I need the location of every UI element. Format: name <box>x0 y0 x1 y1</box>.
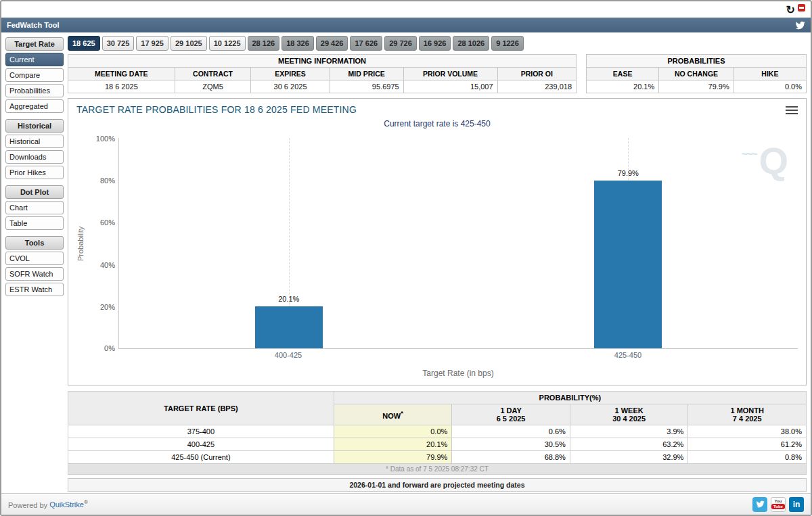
red-badge-icon[interactable] <box>798 4 805 11</box>
sidebar-header-target-rate: Target Rate <box>5 37 64 51</box>
main-area: Target Rate Current Compare Probabilitie… <box>1 32 811 493</box>
tab-meeting-6[interactable]: 18 326 <box>281 36 314 51</box>
ytick-100: 100% <box>87 135 115 143</box>
sidebar-item-estr-watch[interactable]: ESTR Watch <box>5 283 64 296</box>
data-as-of-footnote: * Data as of 7 5 2025 08:27:32 CT <box>68 464 807 475</box>
ytick-20: 20% <box>87 303 115 311</box>
col-prior-volume: PRIOR VOLUME <box>403 68 497 80</box>
meeting-information-table: MEETING INFORMATION MEETING DATE CONTRAC… <box>68 54 577 93</box>
ytick-40: 40% <box>87 261 115 269</box>
footer-youtube-icon[interactable]: You Tube <box>771 497 786 512</box>
mid-price-value: 95.6975 <box>330 80 403 93</box>
projected-dates-note: 2026-01-01 and forward are projected mee… <box>68 478 807 492</box>
refresh-icon[interactable]: ↻ <box>786 5 795 16</box>
day-cell: 30.5% <box>452 438 570 451</box>
day-cell: 0.6% <box>452 425 570 438</box>
probability-history-table: TARGET RATE (BPS) PROBABILITY(%) NOW* 1 … <box>68 391 807 475</box>
week-cell: 63.2% <box>570 438 688 451</box>
sidebar-item-table[interactable]: Table <box>5 216 64 230</box>
titlebar: FedWatch Tool <box>1 18 811 32</box>
prior-oi-value: 239,018 <box>497 80 576 93</box>
week-cell: 3.9% <box>570 425 688 438</box>
ytick-80: 80% <box>87 177 115 185</box>
sidebar-item-historical[interactable]: Historical <box>5 135 64 148</box>
powered-by: Powered by QuikStrike® <box>8 500 88 509</box>
sidebar-item-downloads[interactable]: Downloads <box>5 150 64 164</box>
bar-425-450: 79.9% <box>594 181 662 348</box>
sidebar-item-chart[interactable]: Chart <box>5 201 64 214</box>
col-1-month: 1 MONTH7 4 2025 <box>688 404 807 425</box>
col-meeting-date: MEETING DATE <box>68 68 175 80</box>
quikstrike-link[interactable]: QuikStrike® <box>49 500 88 509</box>
meeting-info-title: MEETING INFORMATION <box>68 55 577 68</box>
chart-menu-icon[interactable] <box>786 104 798 116</box>
table-row: 400-425 20.1% 30.5% 63.2% 61.2% <box>68 438 807 451</box>
xtick-400-425: 400-425 <box>275 351 302 359</box>
x-ticks: 400-425 425-450 <box>118 351 798 362</box>
day-cell: 68.8% <box>452 451 570 464</box>
month-cell: 61.2% <box>688 438 807 451</box>
col-1-week: 1 WEEK30 4 2025 <box>570 404 688 425</box>
tab-meeting-3[interactable]: 29 1025 <box>171 36 207 51</box>
tab-meeting-0[interactable]: 18 625 <box>68 36 100 51</box>
table-row: 425-450 (Current) 79.9% 68.8% 32.9% 0.8% <box>68 451 807 464</box>
rate-cell: 375-400 <box>68 425 334 438</box>
sidebar-item-aggregated[interactable]: Aggregated <box>5 99 64 113</box>
sidebar-item-cvol[interactable]: CVOL <box>5 252 64 265</box>
quikstrike-watermark: ~~~Q <box>759 142 788 180</box>
col-hike: HIKE <box>734 68 806 80</box>
bar-label-400-425: 20.1% <box>255 295 323 303</box>
tab-meeting-5[interactable]: 28 126 <box>248 36 280 51</box>
twitter-icon[interactable] <box>795 21 805 30</box>
expires-value: 30 6 2025 <box>251 80 330 93</box>
powered-by-label: Powered by <box>8 500 47 509</box>
footer: Powered by QuikStrike® You Tube in <box>1 493 811 515</box>
chart-subtitle: Current target rate is 425-450 <box>76 119 798 128</box>
tab-meeting-7[interactable]: 29 426 <box>316 36 348 51</box>
content: 18 625 30 725 17 925 29 1025 10 1225 28 … <box>68 36 807 490</box>
col-ease: EASE <box>587 68 659 80</box>
sidebar-item-probabilities[interactable]: Probabilities <box>5 84 64 97</box>
target-rate-chart-panel: TARGET RATE PROBABILITIES FOR 18 6 2025 … <box>68 98 807 385</box>
ytick-60: 60% <box>87 218 115 227</box>
tab-meeting-1[interactable]: 30 725 <box>102 36 135 51</box>
tab-meeting-10[interactable]: 16 926 <box>419 36 451 51</box>
ease-value: 20.1% <box>587 80 659 93</box>
col-1-day: 1 DAY6 5 2025 <box>452 404 570 425</box>
sidebar-item-prior-hikes[interactable]: Prior Hikes <box>5 166 64 179</box>
tab-meeting-4[interactable]: 10 1225 <box>209 36 246 51</box>
chart-body: Probability 100% 80% 60% 40% 20% 0% <box>76 138 798 378</box>
prior-volume-value: 15,007 <box>403 80 497 93</box>
meeting-date-tabs: 18 625 30 725 17 925 29 1025 10 1225 28 … <box>68 36 807 51</box>
probabilities-summary-table: PROBABILITIES EASE NO CHANGE HIKE 20.1% … <box>586 54 807 93</box>
meeting-date-value: 18 6 2025 <box>68 80 175 93</box>
sidebar: Target Rate Current Compare Probabilitie… <box>5 36 64 490</box>
no-change-value: 79.9% <box>659 80 734 93</box>
info-row: MEETING INFORMATION MEETING DATE CONTRAC… <box>68 54 807 93</box>
y-axis-label: Probability <box>76 138 85 349</box>
tab-meeting-11[interactable]: 28 1026 <box>453 36 489 51</box>
tab-meeting-12[interactable]: 9 1226 <box>491 36 524 51</box>
ytick-0: 0% <box>87 344 115 352</box>
rate-header: TARGET RATE (BPS) <box>68 392 334 425</box>
sidebar-item-compare[interactable]: Compare <box>5 68 64 82</box>
tab-meeting-8[interactable]: 17 626 <box>350 36 382 51</box>
tab-meeting-2[interactable]: 17 925 <box>136 36 168 51</box>
contract-value: ZQM5 <box>175 80 251 93</box>
hike-value: 0.0% <box>734 80 806 93</box>
tab-meeting-9[interactable]: 29 726 <box>384 36 417 51</box>
bar-label-425-450: 79.9% <box>594 169 662 177</box>
month-cell: 0.8% <box>688 451 807 464</box>
fedwatch-app: ↻ FedWatch Tool Target Rate Current Comp… <box>0 0 812 516</box>
now-cell: 20.1% <box>334 438 452 451</box>
probabilities-title: PROBABILITIES <box>587 55 807 68</box>
xtick-425-450: 425-450 <box>614 351 641 359</box>
sidebar-item-current[interactable]: Current <box>5 53 64 66</box>
social-links: You Tube in <box>752 497 804 512</box>
bar-400-425: 20.1% <box>255 306 323 349</box>
sidebar-header-tools: Tools <box>5 236 64 250</box>
sidebar-header-dot-plot: Dot Plot <box>5 185 64 199</box>
footer-linkedin-icon[interactable]: in <box>789 497 804 512</box>
sidebar-item-sofr-watch[interactable]: SOFR Watch <box>5 267 64 281</box>
footer-twitter-icon[interactable] <box>752 497 767 512</box>
